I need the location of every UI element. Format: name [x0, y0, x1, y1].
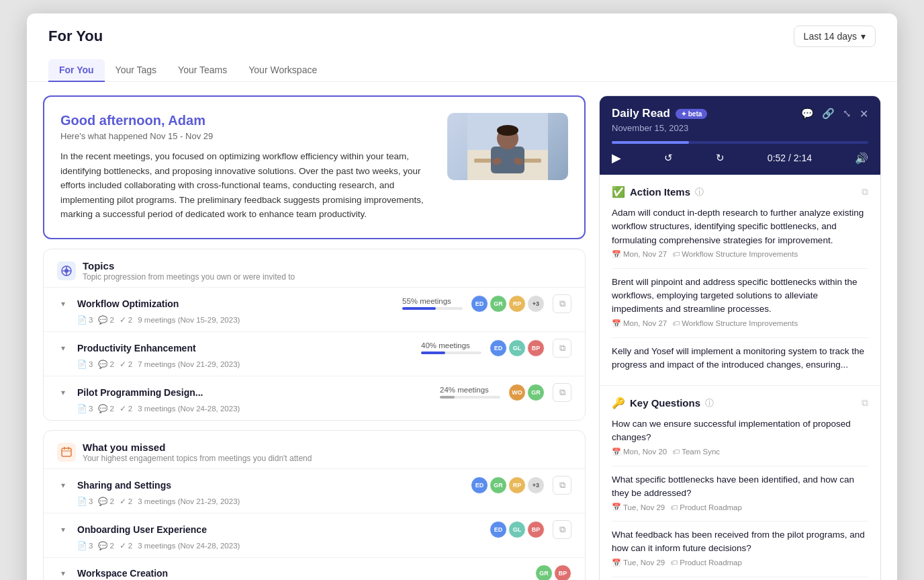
- action-divider-2: [612, 337, 868, 338]
- kq-tag-2: 🏷 Product Roadmap: [670, 503, 742, 511]
- expand-icon[interactable]: ⤡: [843, 108, 851, 120]
- missed-chevron-1[interactable]: ▾: [57, 479, 69, 491]
- kq-meta-3: 📅 Tue, Nov 29 🏷 Product Roadmap: [612, 558, 868, 567]
- greeting-illustration: [467, 113, 548, 180]
- play-button[interactable]: ▶: [612, 151, 621, 165]
- avatar-rp-1: RP: [508, 295, 526, 313]
- missed-item-1: ▾ Sharing and Settings ED GR RP +3 ⧉ 📄 3…: [44, 468, 585, 513]
- key-questions-copy[interactable]: ⧉: [862, 397, 868, 409]
- calendar-icon-1: 📅: [612, 250, 621, 259]
- tab-your-tags[interactable]: Your Tags: [105, 59, 168, 82]
- left-panel: Good afternoon, Adam Here's what happene…: [43, 95, 586, 580]
- tab-for-you[interactable]: For You: [48, 59, 105, 82]
- chevron-down-icon: ▾: [861, 31, 866, 42]
- greeting-body: In the recent meetings, you focused on o…: [60, 149, 436, 222]
- svg-point-5: [497, 125, 518, 136]
- missed-name-1: Sharing and Settings: [77, 480, 463, 491]
- volume-icon[interactable]: 🔊: [855, 152, 868, 165]
- action-items-title: Action Items: [630, 186, 690, 198]
- missed-doc-2: 📄 3: [77, 541, 93, 550]
- chevron-icon-2[interactable]: ▾: [57, 342, 69, 354]
- action-items-copy[interactable]: ⧉: [862, 186, 868, 198]
- nav-tabs: For You Your Tags Your Teams Your Worksp…: [27, 52, 897, 82]
- daily-read-title-group: Daily Read ✦ beta: [612, 107, 707, 120]
- action-item-2: Brent will pinpoint and address specific…: [612, 276, 868, 328]
- daily-read-header: Daily Read ✦ beta 💬 🔗 ⤡ ✕ November 15, 2…: [600, 96, 880, 175]
- avatar-group-3: WO GR: [508, 384, 545, 401]
- action-tag-2: 🏷 Workflow Structure Improvements: [672, 319, 798, 327]
- page-title: For You: [48, 28, 103, 45]
- copy-button-1[interactable]: ⧉: [553, 294, 571, 313]
- topic-item-3: ▾ Pilot Programming Design... 24% meetin…: [44, 376, 585, 420]
- missed-av-ed-1: ED: [471, 477, 488, 494]
- action-count-3: ✓ 2: [120, 404, 132, 413]
- chevron-icon-1[interactable]: ▾: [57, 298, 69, 310]
- action-meta-1: 📅 Mon, Nov 27 🏷 Workflow Structure Impro…: [612, 250, 868, 259]
- rewind-button[interactable]: ↺: [664, 152, 673, 164]
- topic-meta-2: 📄 3 💬 2 ✓ 2 7 meetings (Nov 21-29, 2023): [77, 360, 571, 369]
- missed-av-gr-3: GR: [535, 565, 553, 580]
- greeting-card: Good afternoon, Adam Here's what happene…: [43, 95, 586, 239]
- svg-point-9: [64, 269, 68, 273]
- progress-track-3: [440, 396, 500, 399]
- action-divider-1: [612, 268, 868, 269]
- action-items-section: ✅ Action Items ⓘ ⧉ Adam will conduct in-…: [600, 175, 880, 386]
- missed-name-2: Onboarding User Experience: [77, 524, 481, 535]
- key-question-3: What feedback has been received from the…: [612, 528, 868, 567]
- progress-track-1: [402, 307, 463, 310]
- comment-count-2: 💬 2: [98, 360, 113, 369]
- daily-read-panel: Daily Read ✦ beta 💬 🔗 ⤡ ✕ November 15, 2…: [599, 95, 881, 580]
- forward-button[interactable]: ↻: [716, 152, 725, 164]
- key-questions-info-icon[interactable]: ⓘ: [705, 397, 714, 409]
- topics-title-block: Topics Topic progression from meetings y…: [83, 260, 295, 282]
- kq-meta-1: 📅 Mon, Nov 20 🏷 Team Sync: [612, 448, 868, 456]
- missed-svg-icon: [61, 447, 72, 458]
- comment-icon[interactable]: 💬: [801, 108, 814, 120]
- tag-icon-1: 🏷: [672, 250, 680, 258]
- missed-chevron-2[interactable]: ▾: [57, 524, 69, 536]
- kq-calendar-2: 📅: [612, 503, 621, 511]
- missed-action-2: ✓ 2: [120, 541, 132, 550]
- kq-text-3: What feedback has been received from the…: [612, 528, 868, 556]
- missed-av-plus-1: +3: [527, 477, 545, 494]
- audio-progress-container: [612, 141, 868, 144]
- progress-fill-1: [402, 307, 436, 310]
- missed-comment-2: 💬 2: [98, 541, 113, 550]
- copy-button-2[interactable]: ⧉: [553, 339, 571, 358]
- progress-wrap-2: 40% meetings: [421, 341, 481, 354]
- chevron-icon-3[interactable]: ▾: [57, 386, 69, 399]
- missed-copy-1[interactable]: ⧉: [553, 476, 571, 495]
- progress-fill-3: [440, 396, 455, 399]
- action-items-title-row: ✅ Action Items ⓘ: [612, 185, 704, 198]
- svg-rect-14: [62, 448, 71, 456]
- greeting-image: [447, 113, 568, 180]
- action-items-info-icon[interactable]: ⓘ: [695, 186, 704, 198]
- missed-action-1: ✓ 2: [120, 497, 132, 506]
- action-tag-1: 🏷 Workflow Structure Improvements: [672, 250, 798, 258]
- missed-av-ed-2: ED: [490, 521, 507, 538]
- comment-count-3: 💬 2: [98, 404, 113, 413]
- missed-copy-2[interactable]: ⧉: [553, 520, 571, 539]
- topics-svg-icon: [61, 265, 72, 276]
- action-items-icon: ✅: [612, 185, 625, 198]
- link-icon[interactable]: 🔗: [822, 108, 835, 120]
- kq-tag-icon-3: 🏷: [670, 558, 678, 567]
- meetings-count-1: 9 meetings (Nov 15-29, 2023): [138, 316, 240, 324]
- missed-section: What you missed Your highest engagement …: [43, 430, 586, 580]
- key-questions-icon: 🔑: [612, 397, 625, 409]
- avatar-gr-1: GR: [490, 295, 507, 313]
- key-questions-title-row: 🔑 Key Questions ⓘ: [612, 397, 714, 409]
- tab-your-workspace[interactable]: Your Workspace: [238, 59, 328, 82]
- meetings-count-2: 7 meetings (Nov 21-29, 2023): [138, 360, 240, 368]
- topic-meta-3: 📄 3 💬 2 ✓ 2 3 meetings (Nov 24-28, 2023): [77, 404, 571, 413]
- missed-chevron-3[interactable]: ▾: [57, 567, 69, 579]
- key-questions-section: 🔑 Key Questions ⓘ ⧉ How can we ensure su…: [600, 386, 880, 580]
- missed-av-gr-1: GR: [490, 477, 507, 494]
- missed-row-1: ▾ Sharing and Settings ED GR RP +3 ⧉: [57, 476, 571, 495]
- tab-your-teams[interactable]: Your Teams: [167, 59, 238, 82]
- copy-button-3[interactable]: ⧉: [553, 383, 571, 402]
- kq-text-2: What specific bottlenecks have been iden…: [612, 473, 868, 501]
- date-filter-dropdown[interactable]: Last 14 days ▾: [794, 26, 876, 47]
- close-icon[interactable]: ✕: [860, 108, 868, 120]
- missed-doc-1: 📄 3: [77, 497, 93, 506]
